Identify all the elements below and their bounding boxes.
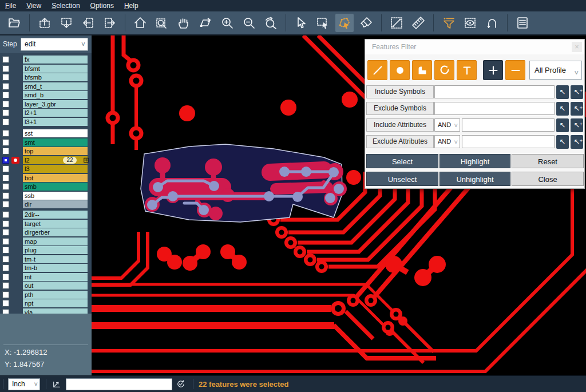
- exclude-attributes-button[interactable]: Exclude Attributes: [366, 135, 434, 148]
- layer-name-bfsmb[interactable]: bfsmb: [23, 73, 88, 81]
- layer-checkbox-map[interactable]: [2, 238, 9, 245]
- select-button[interactable]: Select: [366, 154, 438, 168]
- layer-checkbox-target[interactable]: [2, 220, 9, 227]
- unselect-button[interactable]: Unselect: [366, 172, 438, 186]
- report-list-button[interactable]: [513, 14, 532, 32]
- layer-checkbox-tm-b[interactable]: [2, 264, 9, 271]
- exclude-symbols-button[interactable]: Exclude Symbols: [366, 102, 434, 115]
- view-window-button[interactable]: [196, 14, 215, 32]
- include-symbols-pick-button[interactable]: ↖: [556, 85, 569, 99]
- layer-checkbox-plug[interactable]: [2, 247, 9, 254]
- measure-ruler-button[interactable]: [409, 14, 427, 32]
- layer-name-out[interactable]: out: [23, 282, 88, 290]
- view-options-button[interactable]: [461, 14, 480, 32]
- step-select[interactable]: edit ˅: [21, 38, 88, 51]
- net-jump-button[interactable]: [483, 14, 501, 32]
- layer-name-top[interactable]: top: [23, 147, 88, 155]
- layer-name-l2[interactable]: l2: [23, 156, 88, 164]
- layer-checkbox-2dir--[interactable]: [2, 211, 9, 218]
- reset-button[interactable]: Reset: [512, 154, 584, 168]
- layer-checkbox-l2+1[interactable]: [2, 109, 9, 116]
- features-filter-button[interactable]: [440, 14, 458, 32]
- include-attributes-pick-add-button[interactable]: ↖+: [571, 118, 583, 132]
- unit-select[interactable]: Inch ˅: [8, 378, 40, 390]
- zoom-out-button[interactable]: [240, 14, 258, 32]
- menu-item-view[interactable]: View: [21, 0, 46, 11]
- layer-name-layer_3.gbr[interactable]: layer_3.gbr: [23, 100, 88, 108]
- layer-checkbox-layer_3.gbr[interactable]: [2, 101, 9, 108]
- layer-name-pth[interactable]: pth: [23, 291, 88, 299]
- layer-checkbox-smt[interactable]: [2, 139, 9, 146]
- layer-checkbox-top[interactable]: [2, 148, 9, 155]
- remove-polarity-button[interactable]: [505, 60, 525, 80]
- home-view-button[interactable]: [131, 14, 149, 32]
- layer-name-map[interactable]: map: [23, 237, 88, 246]
- polygon-select-button[interactable]: [335, 14, 354, 32]
- layer-name-tm-t[interactable]: tm-t: [23, 255, 88, 263]
- exclude-attributes-operator-select[interactable]: AND˅: [434, 135, 460, 148]
- rect-select-button[interactable]: [314, 14, 332, 32]
- layer-checkbox-pth[interactable]: [2, 291, 9, 298]
- filter-type-line-button[interactable]: [367, 60, 387, 80]
- add-polarity-button[interactable]: [483, 60, 503, 80]
- layer-name-target[interactable]: target: [23, 220, 88, 228]
- exclude-symbols-input[interactable]: [434, 102, 555, 115]
- layer-checkbox-l3[interactable]: [2, 165, 9, 172]
- layer-name-npt[interactable]: npt: [23, 299, 88, 307]
- layer-name-smd_t[interactable]: smd_t: [23, 82, 88, 90]
- menu-item-options[interactable]: Options: [85, 0, 119, 11]
- layer-checkbox-smd_b[interactable]: [2, 92, 9, 98]
- exclude-attributes-pick-add-button[interactable]: ↖+: [571, 135, 583, 149]
- layer-name-dirgerber[interactable]: dirgerber: [23, 228, 88, 236]
- shift-down-button[interactable]: [57, 14, 76, 32]
- pan-hand-button[interactable]: [175, 14, 193, 32]
- layer-name-l2+1[interactable]: l2+1: [23, 109, 88, 117]
- include-attributes-operator-select[interactable]: AND˅: [434, 118, 460, 132]
- include-attributes-input[interactable]: [462, 118, 555, 132]
- layer-name-plug[interactable]: plug: [23, 246, 88, 254]
- layer-checkbox-dirgerber[interactable]: [2, 229, 9, 236]
- highlight-button[interactable]: Highlight: [440, 154, 510, 168]
- layer-checkbox-mt[interactable]: [2, 274, 9, 280]
- menu-item-file[interactable]: File: [0, 0, 21, 11]
- dialog-title-bar[interactable]: Features Filter ×: [365, 39, 584, 54]
- layer-checkbox-tm-t[interactable]: [2, 256, 9, 263]
- layer-name-mt[interactable]: mt: [23, 273, 88, 281]
- sync-check-icon[interactable]: [176, 379, 186, 391]
- layer-checkbox-smb[interactable]: [2, 183, 9, 190]
- include-symbols-pick-add-button[interactable]: ↖+: [571, 85, 583, 99]
- exclude-attributes-input[interactable]: [462, 135, 555, 148]
- zoom-in-button[interactable]: [218, 14, 236, 32]
- zoom-window-button[interactable]: [153, 14, 171, 32]
- include-attributes-button[interactable]: Include Attributes: [366, 118, 434, 132]
- layer-name-tm-b[interactable]: tm-b: [23, 264, 88, 272]
- layer-checkbox-bfsmt[interactable]: [2, 65, 9, 72]
- shift-up-button[interactable]: [35, 14, 54, 32]
- close-icon[interactable]: ×: [572, 42, 582, 52]
- layer-checkbox-out[interactable]: [2, 282, 9, 289]
- include-attributes-pick-button[interactable]: ↖: [556, 118, 569, 132]
- layer-name-l3+1[interactable]: l3+1: [23, 118, 88, 126]
- filter-type-text-button[interactable]: [457, 60, 477, 80]
- include-symbols-button[interactable]: Include Symbols: [366, 85, 434, 98]
- layer-name-smd_b[interactable]: smd_b: [23, 91, 88, 99]
- layer-checkbox-fx[interactable]: [2, 56, 9, 63]
- zoom-previous-button[interactable]: [262, 14, 280, 32]
- layer-name-smt[interactable]: smt: [23, 138, 88, 146]
- layer-name-smb[interactable]: smb: [23, 183, 88, 191]
- exclude-symbols-pick-add-button[interactable]: ↖+: [571, 102, 583, 116]
- select-cursor-button[interactable]: [292, 14, 310, 32]
- layer-name-fx[interactable]: fx: [23, 56, 88, 64]
- include-symbols-input[interactable]: [434, 85, 555, 98]
- layer-name-ssb[interactable]: ssb: [23, 192, 88, 200]
- layer-name-l3[interactable]: l3: [23, 165, 88, 173]
- menu-item-selection[interactable]: Selection: [46, 0, 85, 11]
- layer-name-bfsmt[interactable]: bfsmt: [23, 65, 88, 73]
- clear-highlights-button[interactable]: [357, 14, 375, 32]
- active-layer-indicator[interactable]: [11, 157, 19, 164]
- layer-checkbox-l2[interactable]: [2, 157, 9, 164]
- grid-icon[interactable]: ⊞: [83, 156, 89, 164]
- layer-name-dir[interactable]: dir: [23, 200, 88, 208]
- exclude-symbols-pick-button[interactable]: ↖: [556, 102, 569, 116]
- layer-checkbox-bot[interactable]: [2, 175, 9, 181]
